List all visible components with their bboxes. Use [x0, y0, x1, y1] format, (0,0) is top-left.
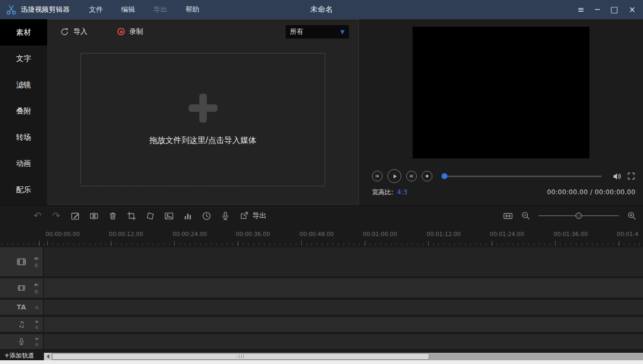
next-frame-button[interactable]: [406, 171, 417, 181]
sidebar-item-transition[interactable]: 转场: [0, 124, 47, 150]
track-row-voice: [0, 334, 643, 349]
duration-button[interactable]: [201, 210, 212, 221]
fit-timeline-button[interactable]: [501, 211, 515, 221]
previous-frame-button[interactable]: [372, 171, 383, 181]
edit-button[interactable]: [70, 210, 80, 221]
track-header-video[interactable]: [0, 247, 43, 276]
seek-bar[interactable]: [443, 176, 602, 177]
track-lane-video[interactable]: [44, 247, 643, 276]
menu-export[interactable]: 导出: [153, 5, 167, 14]
stop-button[interactable]: [422, 171, 432, 181]
sidebar-item-animation[interactable]: 动画: [0, 150, 47, 177]
preview-panel: 宽高比: 4:3 00:00:00.00 / 00:00:00.00: [359, 19, 643, 205]
ruler-mark: 00:00:36.00: [236, 231, 270, 237]
scroll-left-button[interactable]: [44, 353, 51, 360]
microphone-icon: [220, 211, 230, 221]
zoom-out-icon: [521, 211, 530, 221]
clock-icon: [201, 211, 212, 221]
redo-button[interactable]: ↷: [51, 210, 62, 221]
track-header-voice[interactable]: [0, 334, 43, 349]
levels-button[interactable]: [182, 210, 193, 221]
picture-icon: [164, 211, 174, 221]
track-mute-icon[interactable]: [35, 337, 39, 341]
add-track-button[interactable]: +添加轨道: [4, 352, 34, 360]
close-button[interactable]: ×: [629, 6, 635, 14]
zoom-out-button[interactable]: [521, 211, 530, 221]
track-lane-text[interactable]: [44, 300, 643, 315]
media-library-panel: 导入 录制 所有 ▼ 拖放文件到这里/点击导入媒体: [47, 19, 359, 205]
document-title: 未命名: [310, 5, 333, 14]
timeline-zoom-controls: [501, 206, 637, 226]
timeline-toolbar: ↶ ↷ 导出: [0, 206, 643, 226]
trash-icon: [108, 211, 118, 221]
track-header-text[interactable]: TA: [0, 300, 43, 315]
chevron-down-icon: ▼: [340, 29, 345, 35]
preview-info: 宽高比: 4:3 00:00:00.00 / 00:00:00.00: [372, 187, 635, 197]
window-controls: ≡ ─ □ ×: [578, 6, 635, 14]
undo-button[interactable]: ↶: [32, 210, 43, 221]
import-button[interactable]: 导入: [60, 27, 87, 36]
zoom-in-button[interactable]: [627, 211, 637, 221]
split-icon: [89, 211, 99, 221]
track-mute-icon[interactable]: [35, 320, 39, 324]
split-button[interactable]: [88, 210, 99, 221]
picture-button[interactable]: [163, 210, 174, 221]
menu-help[interactable]: 帮助: [185, 5, 199, 14]
track-header-overlay[interactable]: [0, 278, 43, 298]
stop-icon: [424, 173, 430, 179]
hamburger-menu-icon[interactable]: ≡: [578, 6, 585, 14]
track-lock-icon[interactable]: [35, 305, 39, 309]
track-lock-icon[interactable]: [34, 262, 39, 268]
timeline-scrollbar[interactable]: [44, 353, 643, 360]
track-lane-music[interactable]: [44, 317, 643, 332]
playback-controls: [372, 168, 635, 184]
fullscreen-icon: [627, 172, 635, 180]
sidebar-item-overlay[interactable]: 叠附: [0, 98, 47, 124]
ruler-mark: 00:01:00.00: [363, 231, 397, 237]
sidebar-item-text[interactable]: 文字: [0, 46, 47, 72]
record-button[interactable]: 录制: [117, 27, 143, 36]
volume-button[interactable]: [612, 171, 622, 181]
menu-file[interactable]: 文件: [89, 5, 103, 14]
play-button[interactable]: [387, 169, 401, 183]
minimize-button[interactable]: ─: [595, 6, 600, 14]
crop-button[interactable]: [126, 210, 137, 221]
ruler-mark: 00:01:4: [617, 231, 638, 237]
voiceover-button[interactable]: [220, 210, 230, 221]
track-lane-voice[interactable]: [44, 334, 643, 349]
track-lock-icon[interactable]: [34, 289, 39, 294]
aspect-ratio-label: 宽高比:: [372, 188, 393, 197]
fullscreen-button[interactable]: [627, 172, 635, 180]
track-lock-icon[interactable]: [35, 325, 39, 329]
sidebar-item-material[interactable]: 素材: [0, 19, 47, 46]
sidebar-item-filter[interactable]: 滤镜: [0, 72, 47, 98]
sidebar-item-music[interactable]: 配乐: [0, 177, 47, 203]
dropzone-hint: 拖放文件到这里/点击导入媒体: [149, 135, 256, 146]
ruler-mark: 00:00:48.00: [300, 231, 334, 237]
export-label: 导出: [252, 211, 266, 221]
track-lock-icon[interactable]: [35, 342, 39, 346]
track-lane-overlay[interactable]: [44, 278, 643, 298]
media-dropzone[interactable]: 拖放文件到这里/点击导入媒体: [80, 53, 325, 186]
timeline-ruler[interactable]: 00:00:00.00 00:00:12.00 00:00:24.00 00:0…: [0, 226, 643, 247]
track-mute-icon[interactable]: [34, 256, 39, 261]
titlebar: 迅捷视频剪辑器 文件 编辑 导出 帮助 未命名 ≡ ─ □ ×: [0, 0, 643, 19]
menu-edit[interactable]: 编辑: [121, 5, 135, 14]
fit-timeline-icon: [501, 211, 515, 221]
delete-button[interactable]: [107, 210, 118, 221]
maximize-button[interactable]: □: [610, 6, 618, 14]
zoom-slider-handle[interactable]: [575, 213, 582, 219]
sidebar: 素材 文字 滤镜 叠附 转场 动画 配乐: [0, 19, 47, 205]
volume-icon: [612, 171, 622, 181]
seek-handle[interactable]: [442, 173, 447, 179]
media-filter-value: 所有: [290, 27, 303, 36]
media-filter-dropdown[interactable]: 所有 ▼: [286, 25, 349, 39]
aspect-ratio-value[interactable]: 4:3: [397, 188, 407, 196]
track-header-music[interactable]: ♫: [0, 317, 43, 332]
scrollbar-thumb[interactable]: [52, 353, 429, 360]
transform-button[interactable]: [145, 210, 155, 221]
export-button[interactable]: 导出: [240, 211, 266, 221]
track-mute-icon[interactable]: [34, 282, 39, 287]
zoom-slider[interactable]: [539, 215, 619, 216]
app-brand: 迅捷视频剪辑器: [5, 4, 70, 16]
